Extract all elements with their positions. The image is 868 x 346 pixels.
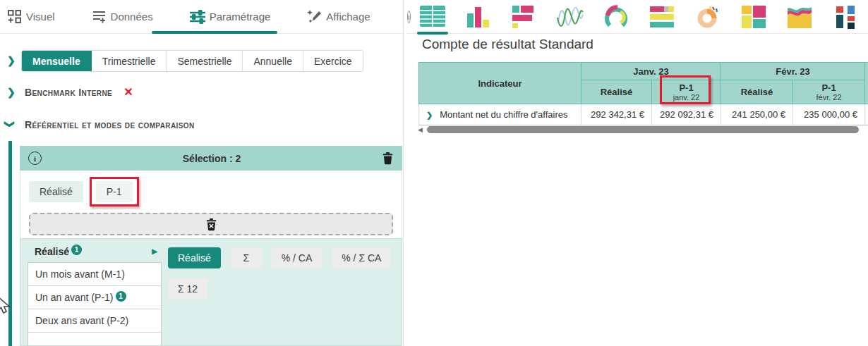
option-label: Un mois avant (M-1) (35, 268, 125, 280)
option-p1[interactable]: Un an avant (P-1) 1 (28, 286, 161, 309)
left-tab-bar: Visuel Données Paramétrage (0, 0, 403, 34)
chip-p1[interactable]: P-1 (96, 181, 133, 202)
selection-chips: Réalisé P-1 (29, 175, 393, 208)
referential-section-header[interactable]: Référentiel et modes de comparaison (25, 119, 195, 130)
section-accent-bar (8, 141, 12, 346)
mode-pct-sigma-ca-button[interactable]: % / Σ CA (332, 247, 391, 268)
col-p1-label: P-1 (652, 82, 721, 93)
count-badge: 1 (71, 245, 82, 255)
tab-treemap-chart[interactable] (740, 4, 768, 30)
report-title: Compte de résultat Standard (422, 37, 593, 52)
comparison-modes: Réalisé Σ % / CA % / Σ CA Σ 12 (168, 247, 394, 309)
chevron-right-icon[interactable] (7, 87, 16, 98)
period-trimestrielle-button[interactable]: Trimestrielle (92, 51, 167, 71)
col-p1-janv[interactable]: P-1 janv. 22 (652, 80, 721, 104)
col-p1-fevr[interactable]: P-1 févr. 22 (793, 80, 865, 104)
triangle-right-icon (152, 247, 157, 255)
tab-horizontal-bar-chart[interactable] (510, 4, 538, 30)
col-p1-label: P-1 (793, 82, 864, 93)
tab-area-chart[interactable] (785, 4, 814, 30)
expand-row-icon[interactable] (426, 111, 433, 120)
donut-chart-icon (694, 5, 721, 29)
selection-count-label: Sélection : 2 (42, 153, 382, 164)
referential-label: Référentiel et modes de comparaison (25, 119, 195, 130)
comparison-panel: Réalisé 1 Un mois avant (M-1) Un an avan… (20, 238, 402, 346)
tab-stacked-bar-chart[interactable] (648, 4, 676, 30)
info-icon[interactable] (28, 152, 42, 165)
value-cell: 241 250,00 € (721, 104, 793, 125)
benchmark-label: Benchmark Interne (25, 87, 112, 98)
panel-divider (403, 0, 404, 346)
period-exercice-button[interactable]: Exercice (303, 51, 363, 71)
tab-bar-chart[interactable] (464, 4, 493, 30)
table-icon (419, 5, 446, 29)
result-table: Indicateur Janv. 23 Févr. 23 Réalisé P-1… (418, 62, 868, 125)
period-mensuelle-button[interactable]: Mensuelle (22, 51, 92, 71)
tab-donut-chart[interactable] (694, 4, 722, 30)
mode-realise-button[interactable]: Réalisé (168, 247, 221, 268)
value-cell: 235 000,00 € (793, 104, 865, 125)
waterfall-chart-icon (832, 5, 859, 29)
chip-realise[interactable]: Réalisé (29, 181, 83, 202)
mode-sigma-button[interactable]: Σ (231, 247, 262, 268)
tune-sliders-icon (190, 10, 205, 24)
mode-sigma12-button[interactable]: Σ 12 (168, 278, 207, 299)
col-header-indicateur[interactable]: Indicateur (419, 63, 581, 104)
benchmark-section-header[interactable]: Benchmark Interne (25, 85, 133, 99)
option-partial[interactable] (28, 333, 161, 346)
bar-chart-icon (465, 5, 492, 29)
period-semestrielle-button[interactable]: Semestrielle (167, 51, 243, 71)
chart-type-tab-bar (406, 0, 868, 34)
tab-parametrage-label: Paramétrage (210, 11, 271, 23)
tab-gauge-chart[interactable] (602, 4, 630, 30)
remove-benchmark-icon[interactable] (123, 85, 133, 99)
mode-pct-ca-button[interactable]: % / CA (272, 247, 323, 268)
col-p1-sublabel: janv. 22 (652, 93, 721, 101)
scroll-left-arrow-icon[interactable] (418, 126, 423, 133)
col-group-fevr23[interactable]: Févr. 23 (721, 63, 865, 80)
tab-visuel-label: Visuel (26, 11, 55, 23)
selection-panel: Sélection : 2 Réalisé P-1 (20, 146, 402, 245)
col-overflow (865, 63, 868, 104)
comparison-list-header[interactable]: Réalisé 1 (28, 240, 162, 262)
selection-panel-body: Réalisé P-1 (20, 171, 402, 245)
option-m1[interactable]: Un mois avant (M-1) (28, 263, 161, 286)
value-cell: 292 092,31 € (652, 104, 721, 125)
period-annuelle-button[interactable]: Annuelle (243, 51, 303, 71)
scrollbar-thumb[interactable] (427, 126, 859, 133)
selection-panel-header: Sélection : 2 (20, 146, 402, 171)
remove-drop-zone[interactable] (29, 213, 393, 235)
col-group-janv23[interactable]: Janv. 23 (581, 63, 721, 80)
tab-table-chart[interactable] (418, 4, 447, 30)
periodicity-button-group: Mensuelle Trimestrielle Semestrielle Ann… (21, 50, 363, 72)
stacked-bar-chart-icon (649, 5, 675, 29)
area-chart-icon (786, 5, 813, 29)
count-badge: 1 (116, 291, 126, 302)
delete-x-icon (205, 218, 217, 231)
tab-donnees[interactable]: Données (92, 0, 153, 33)
chevron-right-icon[interactable] (7, 55, 16, 66)
overflow-cell (865, 104, 868, 125)
data-table: Indicateur Janv. 23 Févr. 23 Réalisé P-1… (418, 62, 868, 125)
comparison-list: Réalisé 1 Un mois avant (M-1) Un an avan… (28, 240, 162, 346)
col-realise-janv[interactable]: Réalisé (581, 80, 652, 104)
value-cell: 292 342,31 € (581, 104, 652, 125)
design-wand-icon (307, 9, 322, 24)
col-realise-fevr[interactable]: Réalisé (721, 80, 793, 104)
col-p1-sublabel: févr. 22 (793, 93, 864, 101)
comparison-source-label: Réalisé (35, 246, 69, 257)
delete-icon[interactable] (382, 152, 394, 165)
playlist-add-icon (92, 9, 107, 24)
horizontal-scrollbar (418, 125, 868, 134)
tab-affichage-label: Affichage (326, 11, 370, 23)
option-p2[interactable]: Deux ans avant (P-2) (28, 309, 161, 333)
tab-line-chart[interactable] (556, 4, 584, 30)
tab-waterfall-chart[interactable] (831, 4, 860, 30)
tab-parametrage[interactable]: Paramétrage (190, 0, 271, 33)
indicator-cell[interactable]: Montant net du chiffre d'affaires (419, 104, 581, 125)
tab-affichage[interactable]: Affichage (307, 0, 370, 33)
chevron-down-icon[interactable] (4, 120, 16, 128)
tab-visuel[interactable]: Visuel (7, 0, 55, 33)
indicator-label: Montant net du chiffre d'affaires (440, 109, 567, 120)
dashboard-grid-icon (7, 9, 22, 24)
